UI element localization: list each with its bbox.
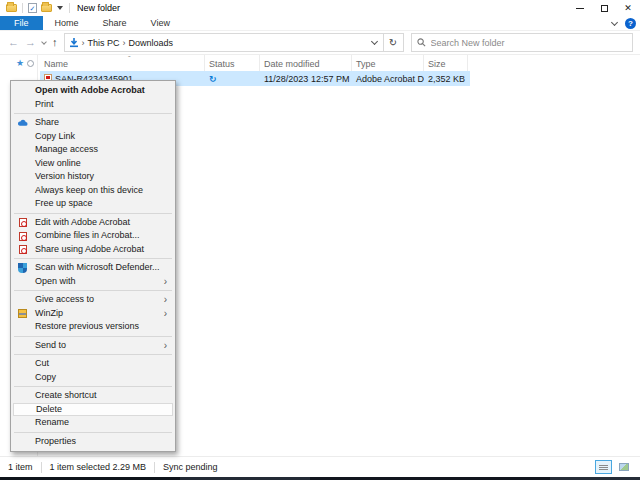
menu-item-label: Edit with Adobe Acrobat: [35, 217, 130, 227]
menu-item-copy-link[interactable]: Copy Link: [13, 130, 173, 144]
title-bar: ✓ New folder ✕: [0, 0, 640, 16]
menu-item-label: Manage access: [35, 144, 98, 154]
refresh-button[interactable]: ↻: [383, 34, 403, 51]
divider: [154, 462, 155, 473]
menu-separator: [14, 113, 172, 114]
column-header-name[interactable]: Name: [40, 55, 205, 71]
menu-item-open-with[interactable]: Open with ›: [13, 275, 173, 289]
sort-ascending-icon: ˆ: [128, 54, 131, 63]
menu-item-label: Restore previous versions: [35, 321, 139, 331]
maximize-button[interactable]: [592, 0, 616, 16]
quick-access-toolbar-caret-icon[interactable]: [57, 6, 63, 10]
recent-locations-chevron-icon[interactable]: [41, 39, 47, 45]
acrobat-icon: [17, 218, 28, 228]
crumb-separator-icon: ›: [123, 38, 126, 48]
menu-item-open-with-adobe-acrobat[interactable]: Open with Adobe Acrobat: [13, 84, 173, 98]
menu-item-give-access-to[interactable]: Give access to ›: [13, 293, 173, 307]
menu-item-properties[interactable]: Properties: [13, 435, 173, 449]
menu-item-share-using-adobe-acrobat[interactable]: Share using Adobe Acrobat: [13, 243, 173, 257]
search-box[interactable]: [411, 33, 634, 52]
menu-item-create-shortcut[interactable]: Create shortcut: [13, 389, 173, 403]
menu-item-label: View online: [35, 158, 81, 168]
tab-share[interactable]: Share: [91, 16, 139, 30]
menu-item-rename[interactable]: Rename: [13, 416, 173, 430]
chevron-down-icon: [371, 38, 378, 45]
menu-item-share[interactable]: Share: [13, 116, 173, 130]
item-count: 1 item: [8, 462, 33, 472]
minimize-button[interactable]: [568, 0, 592, 16]
breadcrumb-downloads[interactable]: Downloads: [129, 38, 174, 48]
forward-button[interactable]: →: [25, 37, 36, 48]
tab-file[interactable]: File: [0, 16, 43, 30]
file-type: Adobe Acrobat D...: [352, 74, 424, 84]
help-button[interactable]: ?: [625, 18, 636, 29]
tab-view[interactable]: View: [139, 16, 182, 30]
menu-item-manage-access[interactable]: Manage access: [13, 143, 173, 157]
submenu-arrow-icon: ›: [164, 293, 167, 307]
menu-separator: [14, 432, 172, 433]
menu-item-label: Copy Link: [35, 131, 75, 141]
menu-item-print[interactable]: Print: [13, 98, 173, 112]
breadcrumb-this-pc[interactable]: This PC: [88, 38, 120, 48]
menu-item-label: WinZip: [35, 308, 63, 318]
menu-separator: [14, 386, 172, 387]
menu-item-label: Delete: [36, 404, 62, 414]
menu-item-label: Scan with Microsoft Defender...: [35, 262, 160, 272]
menu-item-edit-with-adobe-acrobat[interactable]: Edit with Adobe Acrobat: [13, 216, 173, 230]
menu-item-label: Properties: [35, 436, 76, 446]
properties-quick-icon[interactable]: ✓: [28, 3, 37, 13]
tab-home[interactable]: Home: [43, 16, 91, 30]
menu-item-label: Share using Adobe Acrobat: [35, 244, 144, 254]
new-folder-quick-icon[interactable]: [41, 4, 52, 12]
up-button[interactable]: ↑: [52, 37, 58, 48]
menu-separator: [14, 258, 172, 259]
window-controls: ✕: [568, 0, 640, 16]
menu-item-label: Send to: [35, 340, 66, 350]
minimize-icon: [576, 8, 584, 9]
address-bar[interactable]: › This PC › Downloads ↻: [64, 33, 404, 52]
submenu-arrow-icon: ›: [164, 307, 167, 321]
menu-item-combine-files-in-acrobat[interactable]: Combine files in Acrobat...: [13, 229, 173, 243]
menu-item-label: Open with Adobe Acrobat: [35, 85, 145, 95]
menu-item-label: Always keep on this device: [35, 185, 143, 195]
downloads-icon: [69, 38, 79, 48]
explorer-window: ✓ New folder ✕ File Home Share View ? ← …: [0, 0, 640, 480]
address-dropdown-button[interactable]: [367, 34, 383, 51]
column-header-date-modified[interactable]: Date modified: [260, 55, 352, 71]
crumb-separator-icon: ›: [82, 38, 85, 48]
column-header-size[interactable]: Size: [424, 55, 468, 71]
search-input[interactable]: [431, 38, 628, 48]
menu-separator: [14, 354, 172, 355]
column-header-status[interactable]: Status: [205, 55, 260, 71]
menu-item-cut[interactable]: Cut: [13, 357, 173, 371]
menu-item-restore-previous-versions[interactable]: Restore previous versions: [13, 320, 173, 334]
menu-item-send-to[interactable]: Send to ›: [13, 339, 173, 353]
onedrive-icon[interactable]: [27, 60, 34, 67]
menu-item-view-online[interactable]: View online: [13, 157, 173, 171]
thumbnails-view-button[interactable]: [615, 460, 632, 474]
close-button[interactable]: ✕: [616, 0, 640, 16]
column-header-type[interactable]: Type: [352, 55, 424, 71]
acrobat-icon: [17, 245, 28, 255]
menu-item-scan-with-microsoft-defender[interactable]: Scan with Microsoft Defender...: [13, 261, 173, 275]
menu-item-winzip[interactable]: WinZip ›: [13, 307, 173, 321]
close-icon: ✕: [624, 4, 632, 13]
details-view-button[interactable]: [595, 460, 612, 474]
menu-item-always-keep-on-this-device[interactable]: Always keep on this device: [13, 184, 173, 198]
menu-item-delete[interactable]: Delete: [13, 403, 173, 417]
quick-access-star-icon[interactable]: ★: [16, 59, 24, 68]
window-title: New folder: [77, 3, 120, 13]
submenu-arrow-icon: ›: [164, 339, 167, 353]
back-button[interactable]: ←: [8, 37, 19, 48]
menu-item-version-history[interactable]: Version history: [13, 170, 173, 184]
column-headers: ˆ Name Status Date modified Type Size: [38, 55, 640, 71]
menu-item-label: Give access to: [35, 294, 94, 304]
menu-item-copy[interactable]: Copy: [13, 371, 173, 385]
menu-item-label: Version history: [35, 171, 94, 181]
expand-ribbon-chevron-icon[interactable]: [611, 19, 618, 26]
file-size: 2,352 KB: [424, 74, 468, 84]
cloud-icon: [17, 118, 28, 128]
menu-item-label: Open with: [35, 276, 76, 286]
menu-item-free-up-space[interactable]: Free up space: [13, 197, 173, 211]
divider: [41, 462, 42, 473]
